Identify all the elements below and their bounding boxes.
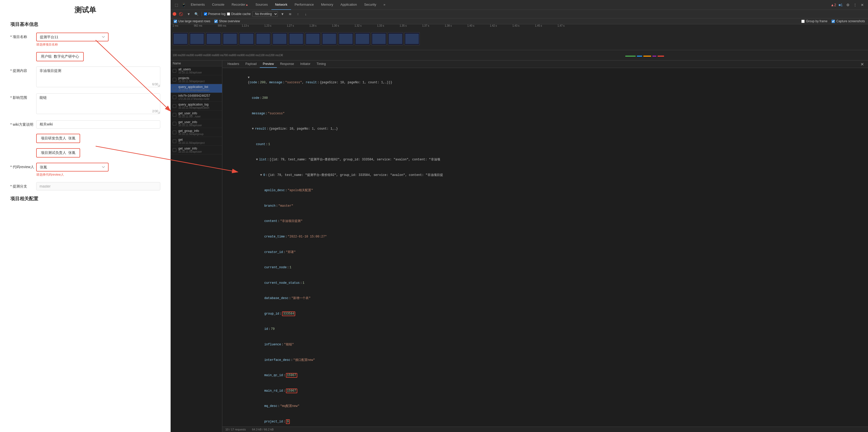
thumb-7 — [272, 32, 287, 45]
toggle-item0[interactable]: ▼ — [260, 173, 263, 178]
capture-screenshots-label: Capture screenshots — [836, 20, 865, 23]
thumb-5 — [239, 32, 254, 45]
branch-row: * 提测分支 master — [10, 182, 160, 191]
tab-console[interactable]: Console — [208, 0, 228, 10]
item-url-all-users: 10.10.11.56/api/user — [178, 71, 220, 74]
search-icon[interactable]: 🔍 — [193, 11, 199, 17]
network-item-projects[interactable]: projects 10.10.11.56/api/project — [170, 75, 222, 84]
clear-icon[interactable]: 🚫 — [178, 11, 184, 17]
toggle-result[interactable]: ▼ — [252, 126, 255, 132]
preserve-log-checkbox[interactable]: Preserve log — [204, 12, 225, 16]
item-info-query-log: query_application_log 10.10.11.56/api/ap… — [178, 103, 220, 109]
item-info-all-users: all_users 10.10.11.56/api/user — [178, 67, 220, 74]
network-item-user3[interactable]: get_user_info 10.10.11.56/api/user — [170, 146, 222, 154]
close-icon[interactable]: ✕ — [859, 1, 866, 8]
item-check-info — [173, 95, 176, 99]
thumb-11 — [338, 32, 353, 45]
network-item-query-log[interactable]: query_application_log 10.10.11.56/api/ap… — [170, 102, 222, 111]
tab-more[interactable]: » — [380, 0, 389, 10]
tab-payload[interactable]: Payload — [242, 60, 259, 68]
reviewer-row: * 代码review人 张胤 请选择代码review人 — [10, 163, 160, 177]
tab-performance[interactable]: Performance — [291, 0, 317, 10]
tab-timing[interactable]: Timing — [314, 60, 329, 68]
tab-sources[interactable]: Sources — [252, 0, 271, 10]
user-group-button[interactable]: 用户组 数字化产研中心 — [36, 52, 84, 61]
svg-rect-1 — [637, 56, 642, 57]
content-textarea-wrapper: 非油项目提测 6/30 — [36, 66, 160, 88]
import-icon[interactable]: ↑ — [295, 11, 301, 17]
tab-headers[interactable]: Headers — [224, 60, 242, 68]
wiki-input[interactable] — [36, 120, 160, 128]
item-name-query-app: query_application_list — [178, 85, 220, 89]
network-item-group[interactable]: get_group_info 10.10.11.56/api/group — [170, 128, 222, 137]
separator-1 — [202, 12, 202, 16]
reviewer-select[interactable]: 张胤 — [36, 163, 108, 172]
dev-owner-button[interactable]: 项目研发负责人 张胤 — [36, 134, 80, 143]
filter-icon[interactable]: ▼ — [186, 11, 192, 17]
tab-elements[interactable]: Elements — [187, 0, 208, 10]
toggle-list[interactable]: ▼ — [256, 157, 259, 162]
tab-initiator[interactable]: Initiator — [297, 60, 313, 68]
tab-network[interactable]: Network — [271, 0, 291, 10]
wf-500: 500 ms — [207, 54, 215, 57]
throttle-icon[interactable]: ▼ — [279, 11, 286, 17]
thumb-3 — [206, 32, 221, 45]
item-check-query-log — [173, 104, 176, 108]
throttle-select[interactable]: No throttling — [252, 11, 278, 17]
more-options-icon[interactable]: ⋮ — [851, 1, 859, 8]
tab-recorder[interactable]: Recorder ▲ — [228, 0, 252, 10]
network-item-user2[interactable]: get_user_info 10.10.11.56/api/user — [170, 119, 222, 128]
json-result-row: ▼result:{pageSize: 10, pageNo: 1, count:… — [225, 121, 865, 137]
large-rows-label: Use large request rows — [178, 20, 210, 23]
network-item-info[interactable]: info?t=1648894246257 172.20.33.173/sockj… — [170, 93, 222, 102]
network-conditions-icon[interactable]: ≋ — [287, 11, 293, 17]
alerts-icon[interactable]: ▲2 — [830, 1, 837, 8]
item-check-user1 — [173, 113, 176, 117]
content-textarea[interactable]: 非油项目提测 — [36, 66, 160, 87]
large-rows-option[interactable]: Use large request rows — [174, 20, 210, 23]
group-by-frame-option[interactable]: Group by frame — [801, 20, 828, 23]
influence-control: 能链 2/30 — [36, 93, 160, 115]
tab-preview[interactable]: Preview — [260, 60, 277, 68]
network-item-get[interactable]: get 10.10.11.56/api/project — [170, 137, 222, 146]
network-item-query-app[interactable]: query_application_list 10.10.11.56/api/a… — [170, 84, 222, 93]
project-name-label: * 项目名称 — [10, 33, 36, 39]
item-name-projects: projects — [178, 76, 220, 80]
show-overview-option[interactable]: Show overview — [214, 20, 240, 23]
wiki-control — [36, 120, 160, 128]
timeline-thumbnails — [170, 28, 868, 50]
info-badge[interactable]: ■1 — [837, 1, 844, 8]
disable-cache-label: Disable cache — [231, 12, 250, 16]
toggle-root[interactable]: ▼ — [248, 75, 251, 80]
item-check-query-app — [173, 87, 176, 90]
user-group-control: 用户组 数字化产研中心 — [36, 52, 160, 61]
tab-memory[interactable]: Memory — [317, 0, 337, 10]
tab-application[interactable]: Application — [337, 0, 361, 10]
dev-owner-label — [10, 134, 36, 136]
network-item-all-users[interactable]: all_users 10.10.11.56/api/user — [170, 66, 222, 75]
device-icon[interactable]: 📱 — [180, 1, 187, 8]
test-owner-label-text: 项目测试负责人 — [41, 150, 66, 155]
detail-close-button[interactable]: ✕ — [859, 61, 866, 68]
json-database-desc: database_desc:"新增一个表" — [225, 291, 865, 306]
tab-response[interactable]: Response — [277, 60, 297, 68]
test-owner-row: 项目测试负责人 张胤 — [10, 148, 160, 157]
json-interface-desc: interface_desc:"接口配置new" — [225, 352, 865, 368]
tl-2ms: 2 ms — [173, 24, 178, 27]
influence-textarea[interactable]: 能链 — [36, 93, 160, 114]
network-item-user1[interactable]: get_user_info 10.10.11.56/.../user — [170, 111, 222, 119]
json-mq-desc: mq_desc:"mq配置new" — [225, 399, 865, 414]
export-icon[interactable]: ↓ — [303, 11, 309, 17]
tl-147s: 1.47 s — [558, 24, 564, 27]
settings-icon[interactable]: ⚙ — [844, 1, 851, 8]
record-button[interactable] — [173, 12, 176, 16]
project-name-select[interactable]: 提测平台11 — [36, 33, 108, 41]
json-current-node: current_node:1 — [225, 260, 865, 276]
tab-security[interactable]: Security — [361, 0, 380, 10]
json-message: message:"success" — [225, 106, 865, 121]
test-owner-button[interactable]: 项目测试负责人 张胤 — [36, 148, 80, 157]
content-row: * 提测内容 非油项目提测 6/30 — [10, 66, 160, 88]
capture-screenshots-option[interactable]: Capture screenshots — [832, 20, 865, 23]
inspect-icon[interactable]: ⬚ — [173, 1, 180, 8]
disable-cache-checkbox[interactable]: Disable cache — [227, 12, 250, 16]
